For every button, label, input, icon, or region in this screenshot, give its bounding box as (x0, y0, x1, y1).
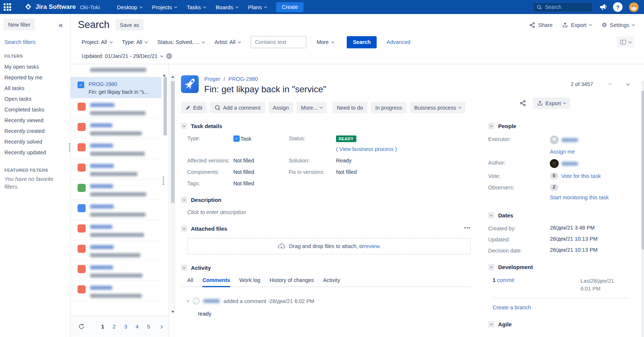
sidebar-item-recently-viewed[interactable]: Recently viewed (4, 115, 66, 125)
list-item[interactable] (71, 179, 161, 200)
page-3[interactable]: 3 (124, 324, 127, 330)
scroll-down-icon[interactable] (171, 311, 174, 313)
tab-activity[interactable]: Activity (323, 277, 340, 286)
list-item[interactable] (71, 98, 161, 118)
list-item[interactable] (71, 200, 161, 220)
collapse-section-icon[interactable] (488, 212, 494, 219)
page-4[interactable]: 4 (136, 324, 138, 330)
list-item[interactable] (71, 220, 161, 240)
refresh-button[interactable] (78, 323, 85, 330)
list-item[interactable] (71, 139, 161, 159)
previous-issue-icon[interactable] (608, 83, 612, 87)
page-5[interactable]: 5 (147, 324, 150, 330)
vote-link[interactable]: Vote for this task (561, 173, 601, 179)
sidebar-item-recently-updated[interactable]: Recently updated (4, 147, 66, 158)
export-issue-button[interactable]: Export (533, 97, 570, 109)
export-button[interactable]: Export (562, 22, 592, 28)
description-placeholder[interactable]: Click to enter description (181, 209, 471, 215)
app-switcher-icon[interactable] (0, 0, 15, 14)
collapse-comment-icon[interactable] (187, 299, 189, 302)
collapse-section-icon[interactable] (488, 264, 494, 270)
commit-link[interactable]: 1 commit (493, 277, 514, 293)
page-1[interactable]: 1 (101, 324, 104, 330)
need-to-do-button[interactable]: Need to do (332, 102, 367, 113)
view-business-process-link[interactable]: ( View business process ) (336, 146, 471, 152)
collapse-section-icon[interactable] (181, 197, 187, 203)
tab-comments[interactable]: Comments (202, 277, 230, 286)
page-2[interactable]: 2 (113, 324, 116, 330)
tab-all[interactable]: All (187, 277, 193, 286)
clear-filter-icon[interactable]: × (166, 53, 172, 59)
nav-desktop[interactable]: Desktop (117, 4, 142, 10)
collapse-section-icon[interactable] (488, 123, 494, 129)
help-icon[interactable]: ? (613, 2, 623, 12)
attachments-menu-icon[interactable]: ••• (464, 225, 471, 230)
contains-text-input[interactable] (250, 36, 306, 48)
nav-tasks[interactable]: Tasks (187, 4, 206, 10)
window-scrollbar-thumb[interactable] (641, 91, 644, 250)
new-filter-button[interactable]: New filter (4, 19, 35, 30)
more-filter-dropdown[interactable]: More (316, 39, 334, 45)
scroll-up-icon[interactable] (171, 76, 174, 78)
next-issue-icon[interactable] (626, 82, 630, 86)
scroll-up-icon[interactable] (163, 68, 166, 76)
in-progress-button[interactable]: In progress (371, 102, 407, 113)
sidebar-item-my-open-tasks[interactable]: My open tasks (4, 61, 66, 72)
pagination-next-button[interactable]: › (160, 322, 163, 331)
settings-button[interactable]: ⚙ Settings (602, 22, 634, 28)
sidebar-item-reported-by-me[interactable]: Reported by me (4, 72, 66, 83)
search-button[interactable]: Search (347, 36, 376, 48)
type-filter-dropdown[interactable]: Type: All (122, 39, 148, 45)
view-switcher-button[interactable] (617, 37, 634, 48)
more-actions-button[interactable]: More... (297, 102, 327, 113)
create-branch-link[interactable]: Create a branch (493, 305, 531, 310)
jira-logo[interactable]: Jira Software Oki-Toki (24, 3, 100, 11)
collapse-section-icon[interactable] (488, 321, 494, 327)
start-monitoring-link[interactable]: Start monitoring this task (550, 194, 609, 202)
global-search-input[interactable] (545, 4, 586, 10)
save-as-button[interactable]: Save as (116, 19, 144, 31)
sidebar-resize-handle[interactable] (69, 143, 70, 152)
nav-boards[interactable]: Boards (216, 4, 238, 10)
advanced-link[interactable]: Advanced (387, 39, 411, 45)
edit-button[interactable]: Edit (181, 102, 207, 113)
sidebar-item-all-tasks[interactable]: All tasks (4, 83, 66, 93)
tab-history[interactable]: History of changes (270, 277, 314, 286)
assign-me-link[interactable]: Assign me (550, 149, 575, 155)
attachment-dropzone[interactable]: Drag and drop files to attach, orreview. (187, 238, 471, 254)
add-comment-button[interactable]: Add a comment (210, 102, 265, 113)
collapse-section-icon[interactable] (181, 123, 187, 129)
sidebar-item-recently-solved[interactable]: Recently solved (4, 136, 66, 147)
collapse-sidebar-icon[interactable]: « (59, 21, 63, 28)
updated-filter-chip[interactable]: Updated: 01/Jan/21 - 29/Dec/21 (82, 53, 163, 59)
list-item[interactable] (71, 159, 161, 179)
breadcrumb-issue-link[interactable]: PROG-2980 (229, 76, 258, 82)
business-process-button[interactable]: Buisness process (410, 102, 466, 113)
sidebar-item-search-filters[interactable]: Search filters (4, 39, 66, 45)
list-resize-handle[interactable] (163, 176, 164, 185)
list-item[interactable]: ✓PROG-2980Fin: get likpay back in "s... (71, 77, 161, 98)
global-search[interactable] (533, 2, 593, 12)
create-button[interactable]: Create (276, 2, 304, 12)
collapse-section-icon[interactable] (181, 226, 187, 232)
list-scrollbar-thumb[interactable] (164, 77, 167, 135)
status-filter-dropdown[interactable]: Status: Solved, ... (157, 39, 205, 45)
sidebar-item-open-tasks[interactable]: Open tasks (4, 93, 66, 104)
tab-work-log[interactable]: Work log (239, 277, 260, 286)
project-avatar[interactable] (181, 75, 199, 93)
sidebar-item-completed-tasks[interactable]: Completed tasks (4, 104, 66, 115)
collapse-section-icon[interactable] (181, 265, 187, 271)
share-button[interactable]: Share (529, 22, 553, 28)
announcement-icon[interactable] (599, 4, 607, 11)
sidebar-item-recently-created[interactable]: Recently created (4, 125, 66, 136)
nav-plans[interactable]: Plans (248, 4, 267, 10)
assign-button[interactable]: Assign (268, 102, 294, 113)
list-item[interactable] (71, 64, 161, 77)
list-item[interactable] (71, 281, 161, 301)
artist-filter-dropdown[interactable]: Artist: All (215, 39, 240, 45)
list-item[interactable] (71, 118, 161, 139)
user-avatar[interactable] (629, 2, 639, 12)
browse-files-link[interactable]: review. (364, 243, 381, 249)
detail-scrollbar-thumb[interactable] (171, 81, 175, 203)
share-issue-button[interactable] (520, 100, 526, 106)
